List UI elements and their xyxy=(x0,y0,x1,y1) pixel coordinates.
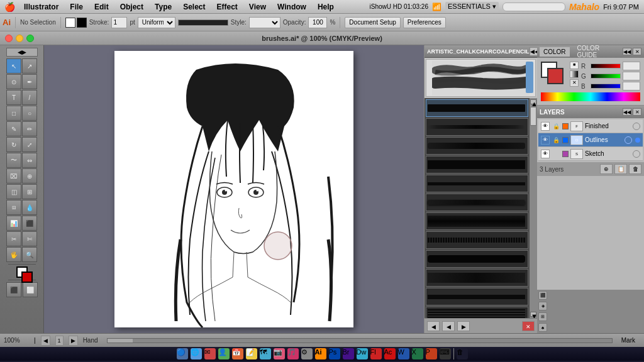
scroll-thumb-h[interactable] xyxy=(108,339,133,343)
brush-page-prev[interactable]: ◀ xyxy=(442,321,455,331)
layer-lock-sketch[interactable] xyxy=(552,150,560,158)
brush-item-4[interactable] xyxy=(426,156,528,173)
preferences-button[interactable]: Preferences xyxy=(403,17,446,28)
stroke-swatch[interactable] xyxy=(77,18,87,28)
dock-flash[interactable]: Fl xyxy=(370,348,382,359)
add-layer-btn[interactable]: 📋 xyxy=(614,164,627,174)
gradient-btn[interactable] xyxy=(570,70,579,78)
maximize-button[interactable] xyxy=(26,35,34,42)
brush-item-3[interactable] xyxy=(426,137,528,155)
tool-lasso[interactable]: ⊙ xyxy=(6,74,21,89)
dock-trash[interactable]: 🗑 xyxy=(457,348,468,359)
stroke-color-swatch[interactable] xyxy=(547,68,564,84)
dock-safari[interactable]: 🌐 xyxy=(191,348,202,359)
panel-icon-1[interactable]: ⬛ xyxy=(538,291,547,300)
canvas-area[interactable] xyxy=(44,45,424,333)
layer-eye-finished[interactable]: 👁 xyxy=(541,122,550,131)
tool-mesh[interactable]: ⊞ xyxy=(22,184,37,199)
minimize-button[interactable] xyxy=(16,35,23,42)
tool-free-transform[interactable]: ⌧ xyxy=(6,168,21,184)
fill-swatch[interactable] xyxy=(65,18,75,28)
tab-color-guide[interactable]: COLOR GUIDE xyxy=(574,43,619,60)
tool-width[interactable]: ⇔ xyxy=(22,153,37,168)
tool-type[interactable]: T xyxy=(6,90,21,105)
g-slider[interactable] xyxy=(591,74,621,79)
dock-powerpoint[interactable]: P xyxy=(426,348,437,359)
color-panel-expand[interactable]: ◀◀ xyxy=(623,48,631,55)
delete-layer-btn[interactable]: 🗑 xyxy=(629,164,641,174)
r-input[interactable] xyxy=(623,62,640,70)
b-input[interactable] xyxy=(623,82,640,90)
menu-help[interactable]: Help xyxy=(313,2,339,12)
layer-eye-outlines[interactable]: 👁 xyxy=(541,136,550,145)
tool-artboard[interactable]: ⬛ xyxy=(22,216,37,231)
panel-icon-2[interactable]: ◈ xyxy=(538,302,547,310)
dock-excel[interactable]: X xyxy=(412,348,423,359)
blue-scrollbar-indicator[interactable] xyxy=(526,62,533,93)
layers-expand-btn[interactable]: ◀◀ xyxy=(623,108,631,116)
brush-item-12[interactable] xyxy=(426,307,528,318)
tool-paintbrush[interactable]: ✎ xyxy=(6,121,21,136)
dock-calendar[interactable]: 📅 xyxy=(232,348,243,359)
scroll-down-arrow[interactable]: ▼ xyxy=(530,312,536,317)
tool-hand[interactable]: 🖐 xyxy=(6,247,21,262)
apple-menu[interactable]: 🍎 xyxy=(0,2,19,12)
tool-gradient[interactable]: ◫ xyxy=(6,184,21,199)
tab-color[interactable]: COLOR xyxy=(540,47,570,57)
close-button[interactable] xyxy=(5,35,13,42)
menu-effect[interactable]: Effect xyxy=(212,2,243,12)
brush-page-first[interactable]: ◀ xyxy=(427,321,440,331)
tool-warp[interactable]: 〜 xyxy=(6,153,21,168)
panel-icon-4[interactable]: ♣ xyxy=(538,323,547,332)
panel-icon-3[interactable]: ⊞ xyxy=(538,312,547,321)
brush-item-8[interactable] xyxy=(426,231,528,249)
brush-item-1[interactable] xyxy=(426,99,528,117)
scroll-thumb[interactable] xyxy=(530,107,536,126)
dock-illustrator[interactable]: Ai xyxy=(315,348,326,359)
doc-setup-button[interactable]: Document Setup xyxy=(345,17,401,28)
layer-eye-sketch[interactable]: 👁 xyxy=(541,150,550,158)
make-sublayer-btn[interactable]: ⊕ xyxy=(600,164,613,174)
dock-acrobat[interactable]: Ac xyxy=(384,348,396,359)
tool-direct-selection[interactable]: ↗ xyxy=(22,58,37,74)
menu-illustrator[interactable]: Illustrator xyxy=(19,2,64,12)
scroll-indicator[interactable] xyxy=(107,338,613,343)
dock-maps[interactable]: 🗺 xyxy=(260,348,271,359)
dock-system-prefs[interactable]: ⚙ xyxy=(301,348,313,359)
dock-bridge[interactable]: Br xyxy=(343,348,354,359)
tool-blend[interactable]: ⧇ xyxy=(6,200,21,215)
tool-rect[interactable]: □ xyxy=(6,106,21,121)
tool-pen[interactable]: ✒ xyxy=(22,74,37,89)
tool-eyedropper[interactable]: 💧 xyxy=(22,200,37,215)
scroll-up-arrow[interactable]: ▲ xyxy=(530,99,536,104)
nav-prev-btn[interactable]: ◀ xyxy=(41,336,50,346)
menu-type[interactable]: Type xyxy=(150,2,177,12)
brush-item-10[interactable] xyxy=(426,269,528,287)
drawing-canvas[interactable] xyxy=(114,51,353,327)
tool-rotate[interactable]: ↻ xyxy=(6,137,21,152)
layers-close-btn[interactable]: ✕ xyxy=(633,108,641,116)
dock-notes[interactable]: 📝 xyxy=(246,348,257,359)
tool-scissors[interactable]: ✄ xyxy=(22,231,37,246)
tool-scale[interactable]: ⤢ xyxy=(22,137,37,152)
menu-edit[interactable]: Edit xyxy=(89,2,114,12)
fill-tool[interactable] xyxy=(16,266,28,278)
dock-word[interactable]: W xyxy=(398,348,409,359)
brush-item-9[interactable] xyxy=(426,250,528,268)
style-select[interactable] xyxy=(249,17,280,28)
tool-chart[interactable]: 📊 xyxy=(6,216,21,231)
b-slider[interactable] xyxy=(591,84,621,89)
dock-mail[interactable]: ✉ xyxy=(204,348,216,359)
search-input[interactable] xyxy=(502,3,565,11)
none-btn[interactable]: ✕ xyxy=(570,79,579,87)
screen-mode-normal[interactable]: ⬛ xyxy=(6,282,21,297)
layer-item-outlines[interactable]: 👁 🔒 O Outlines xyxy=(538,133,643,147)
opacity-input[interactable] xyxy=(308,17,327,28)
brush-item-7[interactable] xyxy=(426,212,528,230)
menu-window[interactable]: Window xyxy=(272,2,311,12)
brush-delete[interactable]: ✕ xyxy=(522,321,535,331)
brush-item-2[interactable] xyxy=(426,118,528,136)
tool-selection[interactable]: ↖ xyxy=(6,58,21,74)
menu-select[interactable]: Select xyxy=(178,2,210,12)
layer-lock-finished[interactable]: 🔒 xyxy=(552,122,560,131)
